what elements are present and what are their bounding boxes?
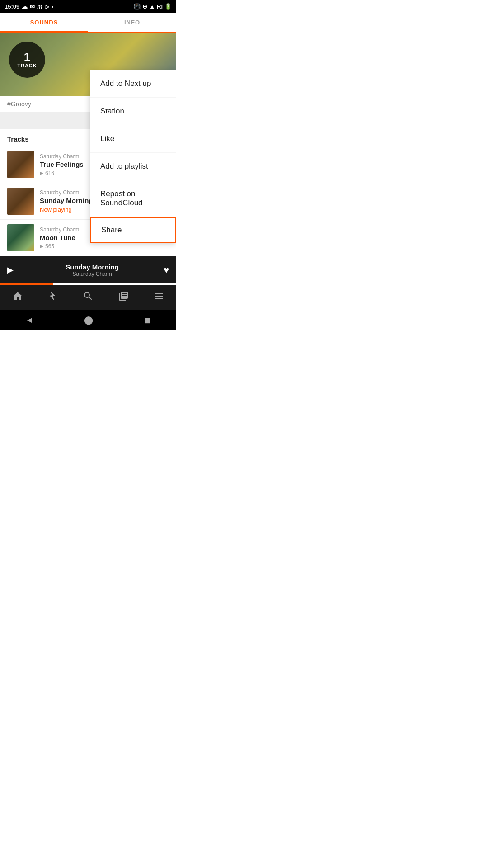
play-count: 565 [45,243,54,250]
track-thumbnail [7,188,34,215]
track-plays: ▶ 565 [40,243,169,250]
context-add-to-next-up[interactable]: Add to Next up [90,70,176,98]
play-count: 616 [45,170,54,176]
system-navigation: ◄ ⬤ ◼ [0,310,176,330]
home-button[interactable]: ⬤ [84,315,93,325]
status-bar: 15:09 ☁ ✉ m ▷ • 📳 ⊖ ▲ Rl 🔋 [0,0,176,13]
track-badge: 1 TRACK [9,42,45,78]
battery-icon: 🔋 [164,3,172,10]
context-menu: Add to Next up Station Like Add to playl… [90,70,176,243]
now-playing-artist: Saturday Charm [21,271,164,277]
back-button[interactable]: ◄ [25,316,33,325]
activity-icon [47,291,58,302]
now-playing-bar: ▶ Sunday Morning Saturday Charm ♥ [0,256,176,283]
like-button[interactable]: ♥ [164,265,169,275]
context-share[interactable]: Share [90,217,176,243]
cast-icon: ▷ [45,3,49,10]
signal-icon: ⊖ [142,3,147,10]
menu-icon [153,291,164,302]
gmail-icon: ✉ [30,3,35,10]
status-bar-right: 📳 ⊖ ▲ Rl 🔋 [133,3,172,10]
track-thumbnail [7,224,34,251]
recents-button[interactable]: ◼ [144,315,151,325]
track-thumbnail [7,151,34,178]
bottom-navigation [0,285,176,310]
play-triangle-icon: ▶ [40,170,43,175]
now-playing-title: Sunday Morning [21,263,164,271]
hashtag-text: #Groovy [7,100,31,108]
play-triangle-icon: ▶ [40,244,43,249]
tracks-header-label: Tracks [7,135,29,143]
dot-icon: • [52,3,54,10]
status-bar-left: 15:09 ☁ ✉ m ▷ • [5,3,53,10]
network-icon: Rl [157,3,163,10]
tabs-bar: SOUNDS INFO [0,13,176,33]
play-pause-button[interactable]: ▶ [7,265,14,275]
context-station[interactable]: Station [90,98,176,125]
context-repost[interactable]: Repost on SoundCloud [90,180,176,217]
m-icon: m [37,3,42,10]
context-add-to-playlist[interactable]: Add to playlist [90,153,176,180]
nav-search[interactable] [83,291,94,304]
nav-home[interactable] [12,291,23,304]
tab-info[interactable]: INFO [88,13,176,32]
track-count: 1 [24,51,30,63]
status-time: 15:09 [5,3,19,10]
home-icon [12,291,23,302]
soundcloud-icon: ☁ [22,3,28,10]
now-playing-info: Sunday Morning Saturday Charm [21,263,164,277]
wifi-icon: ▲ [149,3,155,10]
search-icon [83,291,94,302]
vibrate-icon: 📳 [133,3,141,10]
context-like[interactable]: Like [90,125,176,153]
nav-activity[interactable] [47,291,58,304]
library-icon [118,291,129,302]
nav-library[interactable] [118,291,129,304]
tab-sounds[interactable]: SOUNDS [0,13,88,33]
track-label: TRACK [17,63,37,68]
nav-menu[interactable] [153,291,164,304]
